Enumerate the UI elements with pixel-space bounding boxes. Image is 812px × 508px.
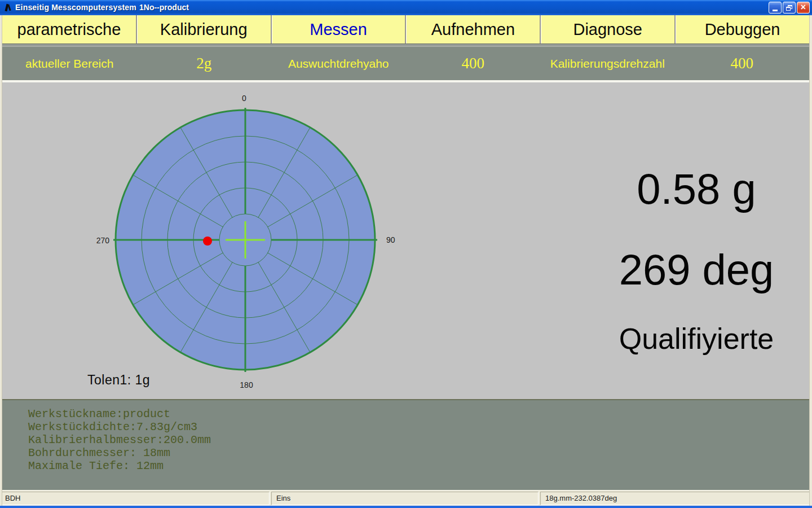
- restore-button[interactable]: [783, 2, 796, 14]
- axis-label-270: 270: [96, 236, 110, 245]
- current-range-value: 2g: [137, 55, 272, 72]
- status-bar: BDH Eins 18g.mm-232.0387deg: [0, 491, 812, 506]
- window-frame-right: [809, 15, 812, 506]
- window-frame-bottom: [0, 506, 812, 508]
- app-window: Einseitig Messcomputersystem 1No--produc…: [0, 0, 812, 508]
- status-panel-measurement: 18g.mm-232.0387deg: [540, 492, 810, 505]
- tab-kalibrierung[interactable]: Kalibrierung: [136, 15, 271, 43]
- tab-diagnose[interactable]: Diagnose: [540, 15, 674, 43]
- workpiece-name-line: Werkstückname:product: [28, 408, 809, 421]
- app-icon: [3, 3, 13, 12]
- axis-label-90: 90: [386, 235, 395, 244]
- calibration-speed-label: Kalibrierungsdrehzahl: [540, 57, 675, 71]
- bore-diameter-line: Bohrdurchmesser: 18mm: [28, 446, 809, 459]
- window-title: Einseitig Messcomputersystem: [15, 3, 136, 12]
- tab-aufnehmen[interactable]: Aufnehmen: [405, 15, 540, 43]
- qualification-status: Qualifiyierte: [581, 322, 812, 356]
- tab-debuggen[interactable]: Debuggen: [674, 15, 809, 43]
- tab-parametrische[interactable]: parametrische: [2, 15, 136, 43]
- current-range-label: aktueller Bereich: [2, 57, 137, 71]
- tolerance-label: Tolen1: 1g: [87, 373, 150, 388]
- workpiece-density-line: Werkstückdichte:7.83g/cm3: [28, 421, 809, 433]
- unbalance-point: [203, 237, 212, 246]
- tab-bar: parametrische Kalibrierung Messen Aufneh…: [2, 15, 809, 43]
- workpiece-info-panel: Werkstückname:product Werkstückdichte:7.…: [2, 399, 809, 490]
- tab-messen[interactable]: Messen: [271, 15, 405, 43]
- axis-label-180: 180: [240, 380, 253, 389]
- balancing-speed-label: Auswuchtdrehyaho: [271, 57, 406, 71]
- window-subtitle: 1No--product: [139, 3, 189, 12]
- window-frame-left: [0, 15, 2, 506]
- minimize-icon: [773, 10, 778, 11]
- calibration-radius-line: Kalibrierhalbmesser:200.0mm: [28, 433, 809, 446]
- status-panel-mode: Eins: [271, 492, 539, 505]
- status-panel-operator: BDH: [0, 492, 270, 505]
- restore-icon: [786, 5, 792, 11]
- polar-chart: 0 90 180 270: [85, 87, 406, 392]
- close-icon: ×: [801, 3, 806, 12]
- title-bar: Einseitig Messcomputersystem 1No--produc…: [0, 0, 812, 15]
- info-bar: aktueller Bereich 2g Auswuchtdrehyaho 40…: [2, 46, 809, 80]
- close-button[interactable]: ×: [797, 2, 810, 14]
- axis-label-0: 0: [242, 94, 246, 103]
- max-depth-line: Maximale Tiefe: 12mm: [28, 459, 809, 472]
- minimize-button[interactable]: [769, 2, 782, 14]
- unbalance-amount-readout: 0.58 g: [581, 164, 812, 213]
- calibration-speed-value: 400: [675, 55, 810, 72]
- measurement-display-area: 0 90 180 270 Tolen1: 1g 0.58 g 269 deg Q…: [2, 82, 809, 399]
- window-controls: ×: [769, 2, 810, 14]
- balancing-speed-value: 400: [406, 55, 541, 72]
- unbalance-angle-readout: 269 deg: [581, 245, 812, 294]
